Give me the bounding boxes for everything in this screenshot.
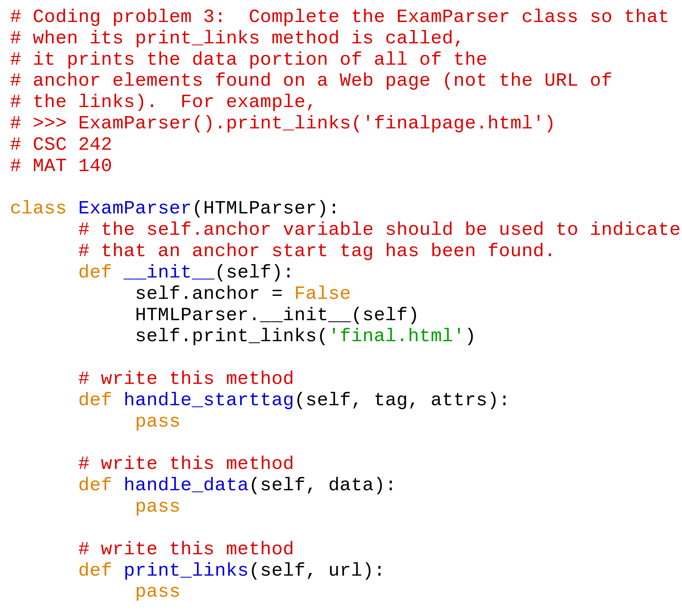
- code-token: [112, 560, 124, 581]
- code-token: handle_data: [124, 475, 249, 496]
- code-token: __init__: [124, 262, 215, 283]
- code-token: class: [10, 198, 67, 219]
- code-token: [112, 390, 124, 411]
- code-token: # the self.anchor variable should be use…: [10, 219, 681, 262]
- code-token: ExamParser: [78, 198, 192, 219]
- code-token: def: [78, 390, 112, 411]
- code-token: [10, 262, 78, 283]
- code-token: [10, 538, 78, 560]
- code-token: [112, 262, 124, 283]
- code-token: pass: [135, 581, 180, 602]
- code-token: [10, 453, 78, 475]
- code-token: [10, 390, 78, 411]
- code-block: # Coding problem 3: Complete the ExamPar…: [0, 0, 682, 609]
- code-token: # write this method: [78, 538, 294, 560]
- code-token: False: [294, 283, 351, 305]
- code-token: pass: [135, 496, 180, 517]
- code-token: [10, 475, 78, 496]
- code-token: [10, 560, 78, 581]
- code-token: def: [78, 560, 112, 581]
- code-token: # write this method: [78, 368, 294, 390]
- code-token: # write this method: [78, 453, 294, 475]
- code-token: def: [78, 262, 112, 283]
- code-token: handle_starttag: [124, 390, 294, 411]
- code-token: def: [78, 475, 112, 496]
- code-token: [67, 198, 78, 219]
- code-token: 'final.html': [328, 326, 465, 347]
- code-token: print_links: [124, 560, 249, 581]
- code-token: # Coding problem 3: Complete the ExamPar…: [10, 6, 669, 177]
- code-token: [112, 475, 124, 496]
- code-token: pass: [135, 411, 180, 432]
